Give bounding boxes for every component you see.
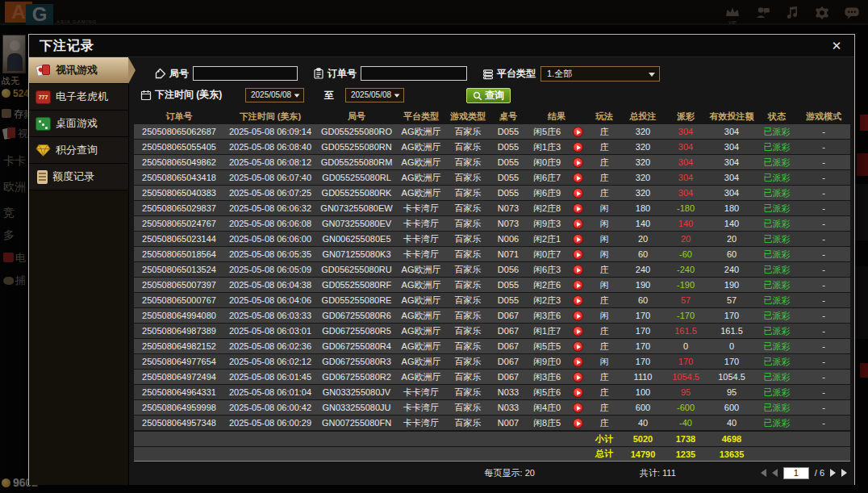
replay-video-button[interactable] bbox=[573, 357, 583, 367]
cell-total-bet: 170 bbox=[621, 311, 665, 320]
replay-video-button[interactable] bbox=[573, 341, 583, 352]
cell-game-type: 百家乐 bbox=[445, 157, 490, 169]
cell-platform: AG欧洲厅 bbox=[397, 264, 445, 276]
cell-play-type: 闲 bbox=[587, 356, 621, 368]
cell-table-no: D067 bbox=[490, 326, 526, 336]
slot-icon: 777 bbox=[35, 90, 51, 104]
platform-type-select[interactable]: 1.全部 bbox=[540, 66, 660, 81]
order-no-label: 订单号 bbox=[313, 67, 357, 81]
replay-video-button[interactable] bbox=[573, 234, 583, 244]
tab-credit-records[interactable]: 额度记录 bbox=[29, 164, 128, 190]
date-to-picker[interactable]: 2025/05/08 bbox=[345, 88, 404, 102]
cell-platform: AG欧洲厅 bbox=[397, 325, 445, 337]
cell-valid-bet: 60 bbox=[707, 249, 757, 259]
replay-video-button[interactable] bbox=[573, 387, 583, 398]
filter-area: 局号 订单号 平台类型 bbox=[134, 61, 850, 108]
replay-video-button[interactable] bbox=[573, 173, 583, 183]
cell-bet-time: 2025-05-08 06:00:29 bbox=[224, 418, 316, 428]
cell-platform: 卡卡湾厅 bbox=[397, 218, 445, 230]
cell-valid-bet: 1054.5 bbox=[707, 372, 757, 382]
cell-status: 已派彩 bbox=[757, 386, 797, 399]
cell-result: 闲6庄9 bbox=[526, 187, 568, 199]
replay-video-button[interactable] bbox=[573, 203, 583, 214]
prev-page-button[interactable] bbox=[772, 469, 778, 477]
date-range-to-label: 至 bbox=[324, 89, 334, 102]
tab-slot-machines[interactable]: 777 电子老虎机 bbox=[29, 84, 128, 111]
cell-status: 已派彩 bbox=[757, 310, 797, 322]
chevron-down-icon bbox=[649, 73, 655, 77]
platform-type-label: 平台类型 bbox=[482, 67, 536, 81]
search-button[interactable]: 查询 bbox=[466, 88, 511, 103]
cell-bet-time: 2025-05-08 06:05:09 bbox=[224, 265, 316, 274]
cell-play-type: 庄 bbox=[587, 264, 621, 276]
calendar-icon bbox=[140, 90, 152, 101]
header-platform: 平台类型 bbox=[397, 111, 445, 123]
cell-status: 已派彩 bbox=[757, 126, 797, 138]
cell-play-type: 庄 bbox=[587, 371, 621, 383]
cell-play-type: 庄 bbox=[587, 187, 621, 199]
header-play-type: 玩法 bbox=[587, 111, 621, 123]
cell-order: 250508065013524 bbox=[134, 265, 224, 274]
cell-play-type: 庄 bbox=[587, 141, 621, 153]
page-number-input[interactable] bbox=[783, 467, 809, 479]
cell-status: 已派彩 bbox=[757, 249, 797, 261]
replay-video-button[interactable] bbox=[573, 127, 583, 137]
screen: A G ASIA GAMING VIP 战无 5243 存款 视 卡卡 欧洲 竞… bbox=[0, 0, 868, 493]
cell-bet-time: 2025-05-08 06:03:01 bbox=[224, 326, 316, 336]
replay-video-button[interactable] bbox=[573, 142, 583, 152]
replay-video-button[interactable] bbox=[573, 311, 583, 321]
cell-order: 250508064972494 bbox=[134, 372, 224, 382]
cell-table-no: D055 bbox=[490, 295, 526, 305]
replay-video-button[interactable] bbox=[573, 249, 583, 260]
cell-bet-time: 2025-05-08 06:06:32 bbox=[224, 203, 316, 213]
cell-order: 250508065029837 bbox=[134, 203, 224, 213]
close-icon[interactable]: ✕ bbox=[828, 38, 845, 54]
replay-video-button[interactable] bbox=[573, 157, 583, 168]
tab-points-inquiry[interactable]: 积分查询 bbox=[29, 137, 128, 164]
replay-video-button[interactable] bbox=[573, 280, 583, 290]
cell-play-type: 庄 bbox=[587, 172, 621, 184]
cell-game-mode: - bbox=[797, 265, 850, 274]
tab-table-games[interactable]: 桌面游戏 bbox=[29, 111, 128, 137]
cell-table-no: D055 bbox=[490, 280, 526, 290]
replay-video-button[interactable] bbox=[573, 403, 583, 413]
platform-list-icon bbox=[482, 69, 494, 80]
replay-video-button[interactable] bbox=[573, 372, 583, 382]
table-row: 250508065049862 2025-05-08 06:08:12 GD05… bbox=[134, 155, 850, 169]
table-row: 250508065043418 2025-05-08 06:07:40 GD05… bbox=[134, 170, 850, 185]
cell-valid-bet: 40 bbox=[707, 418, 757, 428]
tab-video-games[interactable]: 视讯游戏 bbox=[29, 57, 128, 84]
cell-game-type: 百家乐 bbox=[445, 325, 490, 337]
replay-video-button[interactable] bbox=[573, 219, 583, 229]
first-page-button[interactable] bbox=[761, 469, 766, 477]
cell-order: 250508064959998 bbox=[134, 403, 224, 412]
replay-video-button[interactable] bbox=[573, 418, 583, 428]
cell-result: 闲1庄3 bbox=[526, 141, 568, 153]
cell-order: 250508064987389 bbox=[134, 326, 224, 336]
dialog-title-bar: 下注记录 ✕ bbox=[29, 35, 854, 57]
cell-game-mode: - bbox=[797, 341, 850, 351]
cell-platform: 卡卡湾厅 bbox=[397, 203, 445, 215]
cell-round: GD055255080RE bbox=[316, 295, 397, 305]
cell-payout: 0 bbox=[665, 341, 707, 351]
cell-order: 250508065007397 bbox=[134, 280, 224, 290]
replay-video-button[interactable] bbox=[573, 188, 583, 198]
cell-round: GN033255080JV bbox=[316, 387, 397, 397]
total-count-label: 共计: 111 bbox=[640, 467, 676, 479]
cell-result: 闲5庄6 bbox=[526, 386, 568, 399]
order-no-input[interactable] bbox=[361, 66, 467, 81]
replay-video-button[interactable] bbox=[573, 295, 583, 306]
last-page-button[interactable] bbox=[841, 469, 847, 477]
date-from-picker[interactable]: 2025/05/08 bbox=[245, 88, 304, 102]
replay-video-button[interactable] bbox=[573, 265, 583, 275]
header-result: 结果 bbox=[526, 111, 587, 123]
cell-payout: 95 bbox=[665, 387, 707, 397]
next-page-button[interactable] bbox=[830, 469, 836, 477]
table-row: 250508065029837 2025-05-08 06:06:32 GN07… bbox=[134, 201, 850, 215]
cell-game-type: 百家乐 bbox=[445, 249, 490, 261]
round-no-input[interactable] bbox=[193, 66, 298, 81]
cell-platform: AG欧洲厅 bbox=[397, 371, 445, 383]
cell-total-bet: 60 bbox=[621, 295, 665, 305]
tab-label: 电子老虎机 bbox=[56, 90, 108, 104]
replay-video-button[interactable] bbox=[573, 326, 583, 336]
